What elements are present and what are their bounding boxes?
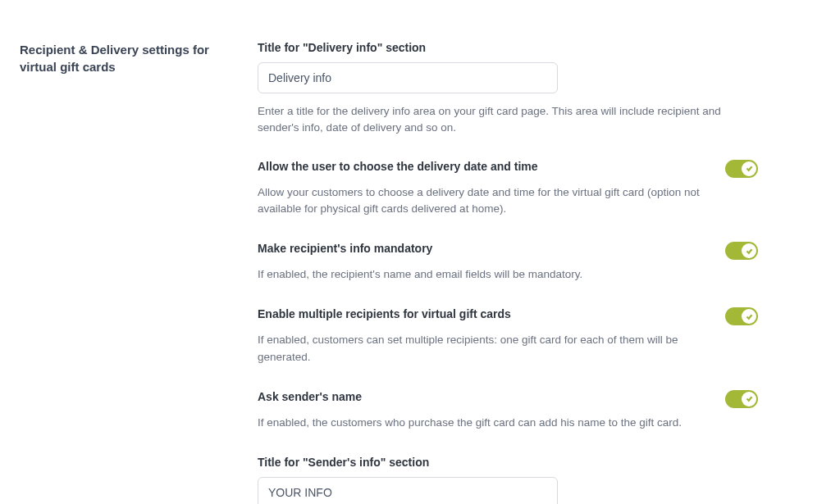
toggle-handle <box>742 392 756 406</box>
sender-title-label: Title for "Sender's info" section <box>258 456 758 469</box>
mandatory-recipient-label: Make recipient's info mandatory <box>258 242 725 255</box>
check-icon <box>746 313 753 320</box>
multiple-recipients-toggle[interactable] <box>725 307 758 325</box>
settings-sidebar: Recipient & Delivery settings for virtua… <box>20 41 258 504</box>
delivery-title-input[interactable] <box>258 62 558 93</box>
ask-sender-label: Ask sender's name <box>258 390 725 403</box>
multiple-recipients-label: Enable multiple recipients for virtual g… <box>258 307 725 320</box>
mandatory-recipient-help: If enabled, the recipient's name and ema… <box>258 266 758 283</box>
allow-date-label: Allow the user to choose the delivery da… <box>258 160 725 173</box>
allow-date-setting: Allow the user to choose the delivery da… <box>258 160 758 218</box>
multiple-recipients-setting: Enable multiple recipients for virtual g… <box>258 307 758 366</box>
mandatory-recipient-toggle[interactable] <box>725 242 758 260</box>
sender-title-field: Title for "Sender's info" section Enter … <box>258 456 758 504</box>
delivery-title-label: Title for "Delivery info" section <box>258 41 758 54</box>
ask-sender-toggle[interactable] <box>725 390 758 408</box>
ask-sender-setting: Ask sender's name If enabled, the custom… <box>258 390 758 431</box>
settings-main: Title for "Delivery info" section Enter … <box>258 41 820 504</box>
delivery-title-help: Enter a title for the delivery info area… <box>258 103 758 137</box>
sender-title-input[interactable] <box>258 477 558 504</box>
check-icon <box>746 395 753 402</box>
multiple-recipients-help: If enabled, customers can set multiple r… <box>258 332 758 366</box>
toggle-handle <box>742 309 756 324</box>
delivery-title-field: Title for "Delivery info" section Enter … <box>258 41 758 137</box>
toggle-handle <box>742 243 756 258</box>
toggle-handle <box>742 161 756 176</box>
section-title: Recipient & Delivery settings for virtua… <box>20 41 238 75</box>
check-icon <box>746 247 753 255</box>
check-icon <box>746 165 753 172</box>
ask-sender-help: If enabled, the customers who purchase t… <box>258 415 758 431</box>
mandatory-recipient-setting: Make recipient's info mandatory If enabl… <box>258 242 758 283</box>
allow-date-toggle[interactable] <box>725 160 758 178</box>
allow-date-help: Allow your customers to choose a deliver… <box>258 184 758 218</box>
